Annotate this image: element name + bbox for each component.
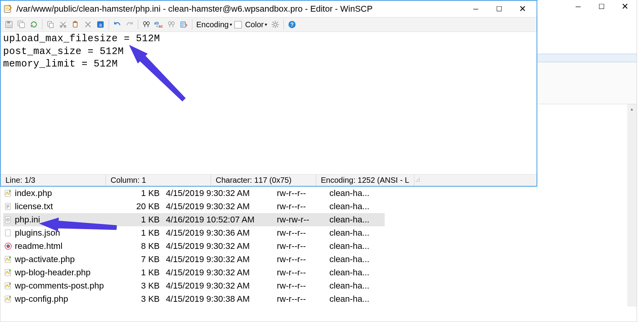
file-owner: clean-ha...	[326, 281, 385, 291]
toolbar-separator	[109, 19, 109, 30]
parent-close-button[interactable]: ✕	[613, 0, 637, 15]
file-owner: clean-ha...	[326, 254, 385, 264]
file-row[interactable]: index.php1 KB4/15/2019 9:30:32 AMrw-r--r…	[3, 187, 385, 200]
saveall-button[interactable]	[16, 19, 27, 30]
toolbar-separator	[283, 19, 284, 30]
svg-rect-23	[7, 24, 11, 27]
file-name: readme.html	[15, 241, 62, 251]
svg-point-65	[419, 181, 420, 182]
file-permissions: rw-r--r--	[274, 281, 326, 291]
svg-text:ac: ac	[158, 24, 163, 28]
redo-button[interactable]	[124, 19, 135, 30]
file-row[interactable]: wp-blog-header.php1 KB4/15/2019 9:30:32 …	[3, 266, 385, 279]
file-size: 7 KB	[120, 254, 163, 264]
svg-point-64	[417, 181, 418, 182]
file-row[interactable]: readme.html8 KB4/15/2019 9:30:32 AMrw-r-…	[3, 240, 385, 253]
scroll-up-icon[interactable]: ▴	[627, 104, 637, 114]
chevron-down-icon: ▾	[230, 22, 232, 27]
file-size: 3 KB	[120, 294, 163, 304]
preferences-button[interactable]	[269, 19, 281, 30]
parent-maximize-button[interactable]: ☐	[590, 0, 613, 15]
svg-point-14	[9, 270, 11, 271]
file-icon	[4, 268, 12, 277]
svg-point-61	[417, 179, 418, 180]
editor-minimize-button[interactable]: ─	[464, 2, 487, 16]
save-button[interactable]	[3, 19, 15, 30]
app-icon	[3, 4, 12, 14]
file-name: wp-activate.php	[15, 254, 75, 264]
svg-line-53	[273, 22, 274, 23]
svg-point-63	[416, 181, 417, 182]
find-button[interactable]	[141, 19, 152, 30]
replace-button[interactable]: abac	[153, 19, 165, 30]
file-name-cell: wp-comments-post.php	[3, 281, 120, 291]
file-permissions: rw-r--r--	[274, 254, 326, 264]
file-size: 1 KB	[120, 228, 163, 238]
editor-textarea[interactable]: upload_max_filesize = 512M post_max_size…	[1, 32, 537, 174]
help-button[interactable]: ?	[286, 19, 298, 30]
svg-rect-32	[74, 23, 77, 27]
file-name: license.txt	[15, 201, 53, 212]
editor-window: /var/www/public/clean-hamster/php.ini - …	[0, 0, 537, 187]
file-owner: clean-ha...	[326, 241, 385, 251]
toolbar-separator	[138, 19, 138, 30]
minimize-icon: ─	[473, 5, 479, 13]
file-date: 4/16/2019 10:52:07 AM	[163, 215, 274, 225]
file-row[interactable]: wp-activate.php7 KB4/15/2019 9:30:32 AMr…	[3, 253, 385, 266]
file-size: 1 KB	[120, 215, 163, 225]
findnext-button[interactable]	[165, 19, 177, 30]
file-date: 4/15/2019 9:30:38 AM	[163, 294, 274, 304]
file-icon	[4, 255, 12, 264]
delete-button[interactable]	[82, 19, 94, 30]
editor-close-button[interactable]: ✕	[511, 2, 534, 16]
close-icon: ✕	[621, 2, 628, 12]
file-name: wp-config.php	[15, 294, 68, 304]
parent-scrollbar[interactable]: ▴	[627, 104, 637, 306]
svg-line-56	[277, 22, 278, 23]
svg-point-5	[7, 219, 8, 220]
file-name-cell: index.php	[3, 188, 120, 198]
paste-button[interactable]	[70, 19, 81, 30]
file-list: index.php1 KB4/15/2019 9:30:32 AMrw-r--r…	[3, 187, 385, 306]
resize-grip[interactable]	[414, 177, 421, 183]
color-swatch[interactable]	[234, 21, 242, 28]
editor-toolbar: a abac Encoding▾ Color▾ ?	[1, 17, 537, 32]
editor-titlebar[interactable]: /var/www/public/clean-hamster/php.ini - …	[1, 1, 537, 17]
parent-minimize-button[interactable]: ─	[567, 0, 590, 15]
file-name-cell: readme.html	[3, 241, 120, 251]
status-line: Line: 1/3	[1, 175, 106, 186]
color-label: Color	[245, 20, 264, 29]
file-name: wp-blog-header.php	[15, 268, 90, 278]
reload-button[interactable]	[28, 19, 40, 30]
file-date: 4/15/2019 9:30:32 AM	[163, 201, 274, 212]
file-row[interactable]: license.txt20 KB4/15/2019 9:30:32 AMrw-r…	[3, 200, 385, 213]
undo-button[interactable]	[111, 19, 123, 30]
status-character: Character: 117 (0x75)	[211, 175, 316, 186]
file-owner: clean-ha...	[326, 268, 385, 278]
encoding-dropdown[interactable]: Encoding▾	[195, 20, 234, 29]
svg-rect-22	[7, 21, 10, 24]
file-date: 4/15/2019 9:30:32 AM	[163, 268, 274, 278]
svg-rect-27	[49, 23, 53, 28]
toolbar-separator	[192, 19, 192, 30]
selectall-button[interactable]: a	[95, 19, 106, 30]
svg-point-60	[419, 178, 420, 178]
editor-maximize-button[interactable]: ☐	[487, 2, 511, 16]
file-name-cell: wp-blog-header.php	[3, 268, 120, 278]
editor-statusbar: Line: 1/3 Column: 1 Character: 117 (0x75…	[1, 174, 537, 186]
file-date: 4/15/2019 9:30:32 AM	[163, 241, 274, 251]
goto-button[interactable]	[178, 19, 190, 30]
file-owner: clean-ha...	[326, 294, 385, 304]
svg-point-36	[147, 22, 150, 25]
svg-marker-19	[39, 217, 117, 234]
editor-title: /var/www/public/clean-hamster/php.ini - …	[16, 4, 464, 14]
file-permissions: rw-r--r--	[274, 201, 326, 212]
file-owner: clean-ha...	[326, 201, 385, 212]
copy-button[interactable]	[45, 19, 56, 30]
cut-button[interactable]	[57, 19, 69, 30]
color-dropdown[interactable]: Color▾	[243, 20, 269, 29]
file-row[interactable]: wp-comments-post.php3 KB4/15/2019 9:30:3…	[3, 279, 385, 292]
file-row[interactable]: wp-config.php3 KB4/15/2019 9:30:38 AMrw-…	[3, 292, 385, 306]
file-icon	[4, 189, 12, 198]
file-icon	[4, 242, 12, 250]
